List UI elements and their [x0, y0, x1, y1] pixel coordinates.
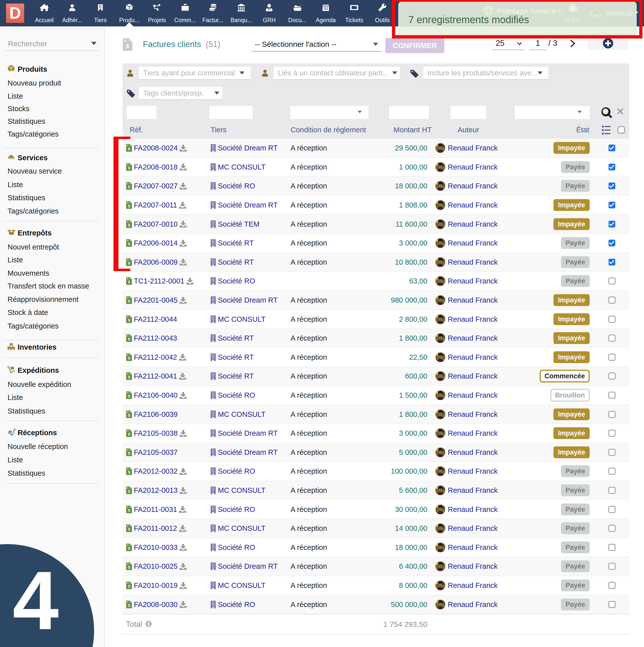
svg-text:$: $ — [128, 394, 130, 398]
svg-text:$: $ — [128, 185, 130, 189]
svg-text:$: $ — [128, 356, 130, 360]
svg-text:$: $ — [128, 375, 130, 379]
svg-text:$: $ — [128, 584, 130, 588]
svg-text:$: $ — [128, 318, 130, 322]
svg-text:$: $ — [128, 261, 130, 265]
svg-text:$: $ — [128, 223, 130, 227]
svg-text:$: $ — [128, 432, 130, 436]
svg-text:$: $ — [128, 470, 130, 474]
svg-text:$: $ — [128, 337, 130, 341]
svg-text:$: $ — [128, 413, 130, 417]
svg-text:$: $ — [128, 166, 130, 170]
svg-text:$: $ — [128, 508, 130, 512]
svg-text:$: $ — [128, 565, 130, 569]
svg-text:$: $ — [128, 547, 130, 551]
svg-text:$: $ — [128, 489, 130, 493]
svg-text:$: $ — [128, 280, 130, 284]
svg-text:$: $ — [128, 527, 130, 531]
svg-text:$: $ — [128, 242, 130, 246]
svg-text:$: $ — [128, 603, 130, 607]
svg-text:$: $ — [128, 299, 130, 303]
svg-text:$: $ — [128, 451, 130, 455]
svg-text:$: $ — [126, 43, 129, 49]
svg-text:$: $ — [128, 147, 130, 151]
svg-text:$: $ — [128, 204, 130, 208]
